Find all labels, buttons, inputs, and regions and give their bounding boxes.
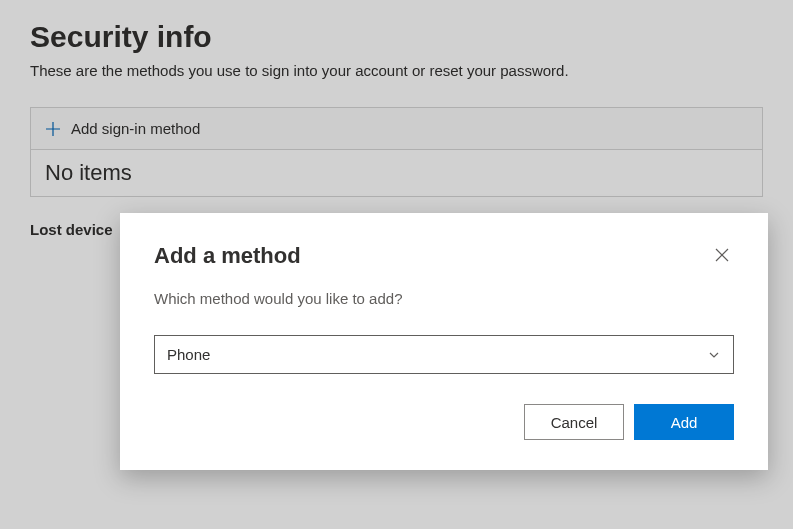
dialog-actions: Cancel Add	[154, 404, 734, 440]
add-method-dialog: Add a method Which method would you like…	[120, 213, 768, 470]
close-icon	[714, 247, 730, 266]
method-select-value: Phone	[167, 346, 210, 363]
add-button[interactable]: Add	[634, 404, 734, 440]
dialog-title: Add a method	[154, 243, 301, 269]
dialog-prompt: Which method would you like to add?	[154, 290, 734, 307]
close-button[interactable]	[710, 243, 734, 270]
cancel-button[interactable]: Cancel	[524, 404, 624, 440]
method-select[interactable]: Phone	[154, 335, 734, 374]
dialog-header: Add a method	[154, 243, 734, 270]
chevron-down-icon	[707, 348, 721, 362]
